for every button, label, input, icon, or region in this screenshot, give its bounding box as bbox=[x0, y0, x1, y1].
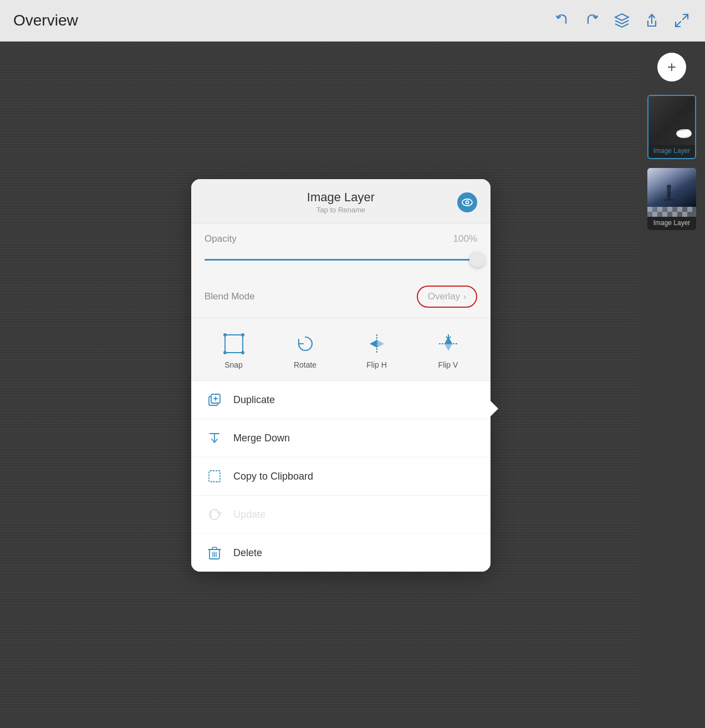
visibility-toggle[interactable] bbox=[457, 192, 477, 212]
copy-clipboard-icon bbox=[207, 469, 222, 484]
svg-rect-49 bbox=[667, 189, 671, 199]
duplicate-item[interactable]: Duplicate bbox=[191, 381, 491, 419]
rotate-icon bbox=[293, 332, 318, 356]
svg-rect-34 bbox=[648, 96, 696, 145]
main-content: Image Layer Tap to Rename Opacity bbox=[0, 42, 705, 728]
snap-button[interactable]: Snap bbox=[200, 327, 267, 374]
blend-mode-value: Overlay bbox=[428, 291, 461, 302]
svg-rect-7 bbox=[225, 335, 243, 353]
svg-rect-44 bbox=[687, 207, 692, 212]
undo-button[interactable] bbox=[552, 11, 572, 30]
plus-icon: + bbox=[667, 59, 676, 75]
duplicate-icon bbox=[207, 392, 222, 408]
svg-marker-13 bbox=[370, 340, 377, 348]
update-item[interactable]: Update bbox=[191, 496, 491, 534]
update-icon bbox=[207, 507, 222, 522]
right-sidebar: + bbox=[638, 42, 705, 728]
topbar: Overview bbox=[0, 0, 705, 42]
svg-point-37 bbox=[683, 129, 691, 137]
layer-preview-1 bbox=[648, 96, 696, 145]
svg-point-11 bbox=[241, 351, 244, 354]
svg-line-3 bbox=[676, 22, 681, 27]
svg-marker-14 bbox=[377, 340, 384, 348]
panel-header: Image Layer Tap to Rename bbox=[191, 179, 491, 223]
copy-clipboard-label: Copy to Clipboard bbox=[233, 471, 313, 482]
merge-down-label: Merge Down bbox=[233, 432, 290, 444]
blend-mode-button[interactable]: Overlay › bbox=[417, 286, 477, 308]
rotate-button[interactable]: Rotate bbox=[272, 327, 339, 374]
flip-h-icon bbox=[365, 332, 389, 356]
layer-2-name: Image Layer bbox=[647, 217, 696, 230]
blend-section: Blend Mode Overlay › bbox=[191, 278, 491, 318]
slider-track bbox=[205, 259, 477, 261]
svg-rect-25 bbox=[209, 471, 220, 482]
flip-v-label: Flip V bbox=[438, 360, 458, 369]
svg-rect-42 bbox=[667, 207, 672, 212]
svg-point-9 bbox=[241, 333, 244, 337]
svg-marker-17 bbox=[445, 344, 452, 351]
delete-label: Delete bbox=[233, 547, 262, 559]
opacity-section: Opacity 100% bbox=[191, 223, 491, 278]
svg-line-2 bbox=[683, 14, 688, 19]
layer-1-name: Image Layer bbox=[648, 145, 695, 158]
duplicate-label: Duplicate bbox=[233, 394, 275, 406]
svg-rect-41 bbox=[657, 207, 662, 212]
flip-h-button[interactable]: Flip H bbox=[343, 327, 410, 374]
svg-point-6 bbox=[466, 201, 468, 203]
update-label: Update bbox=[233, 509, 265, 521]
share-button[interactable] bbox=[642, 11, 662, 30]
rotate-label: Rotate bbox=[294, 360, 316, 369]
svg-rect-48 bbox=[682, 212, 687, 217]
svg-marker-0 bbox=[615, 14, 629, 21]
layer-thumb-2[interactable]: Image Layer bbox=[647, 168, 696, 230]
opacity-label: Opacity bbox=[205, 233, 237, 245]
layer-panel: Image Layer Tap to Rename Opacity bbox=[191, 179, 491, 572]
svg-rect-29 bbox=[212, 547, 217, 549]
svg-rect-51 bbox=[664, 199, 675, 201]
delete-item[interactable]: Delete bbox=[191, 534, 491, 572]
merge-down-item[interactable]: Merge Down bbox=[191, 419, 491, 457]
svg-point-10 bbox=[223, 351, 227, 354]
menu-section: Duplicate Merge Down bbox=[191, 381, 491, 572]
actions-row: Snap Rotate bbox=[191, 318, 491, 381]
flip-h-label: Flip H bbox=[366, 360, 387, 369]
copy-to-clipboard-item[interactable]: Copy to Clipboard bbox=[191, 457, 491, 496]
layer-preview-2 bbox=[647, 168, 696, 217]
chevron-right-icon: › bbox=[463, 292, 466, 301]
panel-subtitle: Tap to Rename bbox=[224, 206, 457, 214]
opacity-row: Opacity 100% bbox=[205, 233, 477, 245]
svg-rect-46 bbox=[662, 212, 667, 217]
svg-rect-43 bbox=[677, 207, 682, 212]
svg-rect-40 bbox=[647, 207, 652, 212]
topbar-actions bbox=[552, 11, 692, 30]
redo-button[interactable] bbox=[582, 11, 602, 30]
canvas-area: Image Layer Tap to Rename Opacity bbox=[0, 42, 638, 728]
panel-title-area: Image Layer Tap to Rename bbox=[224, 190, 457, 214]
flip-v-icon bbox=[436, 332, 461, 356]
opacity-value: 100% bbox=[453, 233, 477, 245]
snap-icon bbox=[222, 332, 246, 356]
merge-down-icon bbox=[207, 430, 222, 446]
popup-tail bbox=[491, 401, 498, 416]
opacity-slider[interactable] bbox=[205, 251, 477, 268]
panel-title[interactable]: Image Layer bbox=[224, 190, 457, 205]
snap-label: Snap bbox=[224, 360, 243, 369]
delete-icon bbox=[207, 545, 222, 561]
canvas-background: Image Layer Tap to Rename Opacity bbox=[0, 42, 638, 728]
expand-button[interactable] bbox=[672, 11, 692, 30]
blend-label: Blend Mode bbox=[205, 291, 255, 302]
slider-thumb[interactable] bbox=[469, 252, 485, 267]
layers-button[interactable] bbox=[612, 11, 632, 30]
svg-point-8 bbox=[223, 333, 227, 337]
flip-v-button[interactable]: Flip V bbox=[415, 327, 482, 374]
blend-value-container: Overlay › bbox=[417, 286, 477, 308]
page-title: Overview bbox=[13, 12, 78, 29]
svg-rect-45 bbox=[652, 212, 657, 217]
layer-thumb-1[interactable]: Image Layer bbox=[647, 95, 696, 159]
svg-point-50 bbox=[667, 185, 671, 189]
svg-rect-47 bbox=[672, 212, 677, 217]
add-layer-button[interactable]: + bbox=[657, 53, 686, 82]
